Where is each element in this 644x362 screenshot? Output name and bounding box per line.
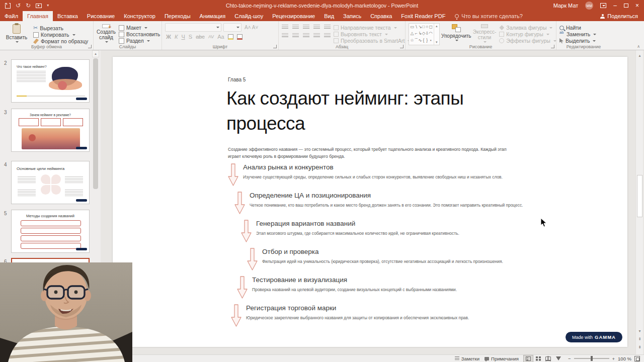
avatar[interactable]: ММ	[585, 2, 593, 10]
slideshow-view-button[interactable]	[554, 355, 563, 362]
zoom-level[interactable]: 100 %	[618, 356, 631, 361]
clipboard-dialog-launcher-icon[interactable]	[88, 45, 92, 48]
slide-editor[interactable]: Глава 5 Как создают нейминг: этапы проце…	[113, 57, 627, 347]
fit-slide-to-window-icon[interactable]	[634, 356, 640, 361]
align-right-icon[interactable]	[303, 33, 309, 38]
align-left-icon[interactable]	[282, 33, 288, 38]
shape-star-icon[interactable]: ☆	[410, 38, 414, 44]
shape-corner-icon[interactable]: ⌐	[414, 31, 419, 37]
close-button[interactable]: ×	[635, 3, 639, 9]
arrange-button[interactable]: Упорядочить	[443, 23, 470, 43]
tell-me-box[interactable]: Что вы хотите сделать?	[450, 11, 528, 21]
made-with-gamma-badge[interactable]: Made with GAMMA	[566, 332, 622, 342]
shape-triangle-icon[interactable]: △	[410, 31, 414, 37]
quick-styles-button[interactable]: Экспресс-стили	[473, 23, 497, 43]
previous-slide-icon[interactable]: ⇞	[636, 336, 643, 342]
tab-foxit[interactable]: Foxit Reader PDF	[396, 11, 450, 21]
tab-draw[interactable]: Рисование	[83, 11, 119, 21]
strikethrough-button[interactable]: abc	[196, 34, 205, 40]
section-button[interactable]: Раздел	[119, 38, 160, 44]
italic-button[interactable]: К	[175, 34, 178, 40]
font-color-icon[interactable]	[237, 34, 243, 40]
select-button[interactable]: Выделить	[559, 38, 596, 44]
character-spacing-button[interactable]: AV	[208, 34, 214, 39]
smartart-button[interactable]: Преобразовать в SmartArt	[334, 38, 411, 44]
restore-button[interactable]	[624, 4, 628, 8]
redo-icon[interactable]: ↻	[26, 3, 31, 9]
tab-view[interactable]: Вид	[319, 11, 339, 21]
tab-home[interactable]: Главная	[23, 11, 53, 21]
columns-icon[interactable]	[324, 33, 331, 38]
bold-button[interactable]: Ж	[166, 34, 171, 40]
tab-file[interactable]: Файл	[0, 11, 23, 21]
increase-indent-icon[interactable]	[313, 25, 320, 30]
paragraph-dialog-launcher-icon[interactable]	[400, 45, 404, 48]
collapse-ribbon-icon[interactable]: ∧	[637, 44, 640, 49]
shape-curve-icon[interactable]: ∿	[419, 38, 422, 44]
normal-view-button[interactable]	[524, 355, 533, 362]
comments-button[interactable]: Примечания	[485, 356, 519, 361]
tab-review[interactable]: Рецензирование	[268, 11, 319, 21]
reset-button[interactable]: Восстановить	[119, 31, 160, 37]
align-center-icon[interactable]	[292, 33, 299, 38]
bullets-icon[interactable]	[282, 25, 288, 30]
zoom-out-icon[interactable]: −	[568, 356, 571, 361]
new-slide-button[interactable]: Создать слайд	[97, 23, 116, 43]
minimize-button[interactable]: –	[613, 3, 617, 9]
copy-button[interactable]: Копировать	[33, 32, 88, 38]
tab-animations[interactable]: Анимация	[195, 11, 230, 21]
drawing-dialog-launcher-icon[interactable]	[551, 45, 554, 48]
shape-elbow-icon[interactable]: ↳	[419, 31, 422, 37]
thumbnail-slide-4[interactable]: 4 Основные цели нейминга	[11, 161, 90, 204]
shape-fill-button[interactable]: Заливка фигуры	[499, 25, 556, 31]
tab-transitions[interactable]: Переходы	[160, 11, 195, 21]
cut-button[interactable]: ✂Вырезать	[33, 25, 88, 31]
shapes-scroll-up-icon[interactable]: ▴	[436, 24, 438, 28]
shape-brace-right-icon[interactable]: }	[425, 38, 429, 44]
tab-slideshow[interactable]: Слайд-шоу	[230, 11, 268, 21]
font-name-box[interactable]	[165, 23, 221, 32]
shape-arrow-icon[interactable]: ↘	[419, 24, 422, 31]
shapes-scroll-down-icon[interactable]: ▾	[436, 40, 438, 44]
font-size-box[interactable]	[223, 23, 242, 32]
thumbnail-slide-2[interactable]: 2 Что такое нейминг?	[11, 59, 90, 103]
underline-button[interactable]: Ч	[181, 34, 185, 40]
tab-record[interactable]: Запись	[339, 11, 366, 21]
justify-icon[interactable]	[313, 33, 320, 38]
font-dialog-launcher-icon[interactable]	[273, 45, 277, 48]
shape-line-icon[interactable]: ∖	[414, 24, 419, 31]
find-button[interactable]: Найти	[559, 25, 596, 31]
shapes-gallery-scrollbar[interactable]: ▴ ▾	[434, 24, 439, 45]
scroll-up-icon[interactable]: ▴	[636, 52, 643, 59]
save-icon[interactable]	[5, 3, 11, 9]
shape-chord-icon[interactable]: ⌒	[414, 38, 419, 44]
shape-outline-button[interactable]: Контур фигуры	[499, 31, 556, 37]
next-slide-icon[interactable]: ⇟	[636, 344, 643, 350]
shape-oval-icon[interactable]: ○	[425, 24, 429, 31]
start-slideshow-icon[interactable]	[36, 4, 42, 8]
tab-help[interactable]: Справка	[366, 11, 396, 21]
numbering-icon[interactable]	[292, 25, 299, 30]
tab-insert[interactable]: Вставка	[53, 11, 83, 21]
replace-button[interactable]: Заменить	[559, 31, 596, 37]
highlight-color-icon[interactable]	[228, 34, 233, 40]
scroll-down-icon[interactable]: ▾	[636, 328, 643, 334]
change-case-button[interactable]: Aa	[217, 34, 224, 40]
shapes-gallery[interactable]: ▭ ∖ ↘ □ ○ ◻ △ ⌐ ↳ ◇ ⇩ ◠ ☆ ⌒ ∿ { }	[409, 23, 440, 45]
format-painter-button[interactable]: Формат по образцу	[33, 38, 88, 44]
shape-effects-button[interactable]: Эффекты фигуры	[499, 38, 556, 44]
reading-view-button[interactable]	[544, 355, 553, 362]
user-name[interactable]: Марк Мат	[553, 3, 579, 9]
slide-scrollbar[interactable]: ▴ ▾ ⇞ ⇟	[635, 50, 643, 354]
zoom-slider-thumb[interactable]	[591, 356, 593, 361]
tab-design[interactable]: Конструктор	[119, 11, 160, 21]
align-text-button[interactable]: Выровнять текст	[334, 31, 411, 37]
text-direction-button[interactable]: Направление текста	[334, 25, 411, 31]
undo-icon[interactable]: ↺	[16, 3, 21, 9]
ribbon-display-options-icon[interactable]	[600, 3, 606, 8]
slide-sorter-view-button[interactable]	[534, 355, 543, 362]
thumbnail-scrollbar-thumb[interactable]	[93, 58, 98, 189]
shadow-button[interactable]: S	[189, 34, 192, 40]
layout-button[interactable]: Макет	[119, 25, 160, 31]
thumbnail-slide-3[interactable]: 3 Зачем нейминг в рекламе?	[11, 109, 90, 152]
